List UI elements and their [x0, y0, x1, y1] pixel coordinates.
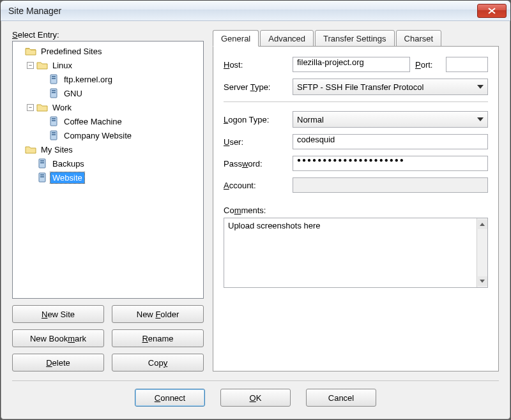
- tree-label: ftp.kernel.org: [62, 74, 114, 85]
- chevron-down-icon: [477, 117, 484, 121]
- host-input[interactable]: filezilla-project.org: [293, 57, 410, 72]
- tree-node-mysites: My Sites Backups: [14, 142, 202, 184]
- port-input[interactable]: [446, 57, 488, 72]
- svg-rect-11: [52, 134, 56, 135]
- svg-rect-10: [52, 132, 56, 133]
- svg-rect-4: [52, 90, 56, 91]
- row-host: Host: filezilla-project.org Port:: [224, 57, 488, 72]
- password-input[interactable]: ●●●●●●●●●●●●●●●●●●●●●: [293, 156, 488, 171]
- right-panel: General Advanced Transfer Settings Chars…: [213, 30, 499, 371]
- delete-button[interactable]: Delete: [12, 354, 104, 371]
- tree-label: Backups: [50, 158, 86, 169]
- tree-row[interactable]: My Sites: [14, 142, 202, 156]
- site-manager-window: Site Manager Select Entry:: [0, 0, 511, 420]
- server-type-select[interactable]: SFTP - SSH File Transfer Protocol: [293, 79, 488, 95]
- server-icon: [48, 73, 59, 85]
- tree-row[interactable]: Website: [26, 170, 202, 184]
- svg-rect-16: [40, 174, 44, 176]
- tree-row[interactable]: Predefined Sites: [14, 44, 202, 58]
- connect-button[interactable]: Connect: [135, 389, 205, 407]
- new-bookmark-button[interactable]: New Bookmark: [12, 329, 104, 347]
- expander-none: [38, 132, 45, 139]
- tree-children: Coffee Machine Company Website: [37, 114, 202, 142]
- tree-label-selected: Website: [50, 172, 84, 183]
- tree-row[interactable]: − Work: [26, 100, 202, 114]
- tree-label: Work: [50, 102, 73, 113]
- svg-rect-8: [52, 120, 56, 121]
- row-account: Account:: [224, 177, 488, 193]
- svg-rect-17: [40, 176, 44, 177]
- tree-row[interactable]: − Linux: [26, 58, 202, 72]
- close-button[interactable]: [477, 4, 507, 18]
- svg-rect-5: [52, 92, 56, 93]
- expander-none: [38, 118, 45, 125]
- password-label: Password:: [224, 159, 287, 169]
- account-input: [293, 177, 488, 193]
- footer-separator: [12, 380, 499, 381]
- rename-button[interactable]: Rename: [112, 329, 204, 347]
- svg-rect-13: [40, 160, 44, 161]
- expander-none: [38, 90, 45, 97]
- collapse-icon[interactable]: −: [27, 104, 34, 111]
- tree-row[interactable]: ftp.kernel.org: [37, 72, 202, 86]
- folder-icon: [25, 45, 36, 57]
- copy-button[interactable]: Copy: [112, 354, 204, 371]
- titlebar: Site Manager: [1, 1, 510, 21]
- server-type-label: Server Type:: [224, 82, 287, 92]
- tree-label: Predefined Sites: [39, 46, 103, 57]
- cancel-button[interactable]: Cancel: [306, 389, 376, 407]
- server-icon: [36, 158, 48, 169]
- window-title: Site Manager: [8, 6, 477, 16]
- tree-label: Company Website: [62, 130, 133, 141]
- folder-icon: [36, 59, 48, 71]
- tree-row[interactable]: Backups: [26, 156, 202, 170]
- upper-area: Select Entry: Predefined Sites: [12, 30, 499, 371]
- server-icon: [48, 87, 59, 99]
- footer: Connect OK Cancel: [12, 389, 499, 409]
- tree-label: Linux: [50, 60, 74, 71]
- select-entry-label: Select Entry:: [12, 30, 204, 40]
- tree-node-work: − Work: [26, 100, 202, 142]
- tree-label: My Sites: [39, 144, 75, 155]
- comments-textarea[interactable]: Upload screenshots here: [224, 218, 477, 287]
- site-tree[interactable]: Predefined Sites − Linux: [12, 41, 204, 299]
- tree-row[interactable]: Company Website: [37, 128, 202, 142]
- tree-node-linux: − Linux: [26, 58, 202, 100]
- new-folder-button[interactable]: New Folder: [112, 305, 204, 323]
- ok-button[interactable]: OK: [220, 389, 291, 407]
- user-label: User:: [224, 137, 287, 147]
- server-icon: [36, 172, 48, 183]
- user-input[interactable]: codesquid: [293, 134, 488, 149]
- logon-type-select[interactable]: Normal: [293, 111, 488, 128]
- new-site-button[interactable]: New Site: [12, 305, 104, 323]
- logon-type-value: Normal: [297, 115, 324, 124]
- folder-icon: [25, 144, 36, 155]
- tree-children: − Linux: [26, 58, 202, 142]
- scrollbar[interactable]: [477, 218, 487, 287]
- tabstrip: General Advanced Transfer Settings Chars…: [213, 30, 499, 47]
- tree-row[interactable]: GNU: [37, 86, 202, 100]
- comments-textarea-wrap: Upload screenshots here: [224, 218, 488, 288]
- expander-none: [27, 174, 34, 181]
- comments-label: Comments:: [224, 206, 488, 215]
- separator: [224, 101, 488, 102]
- tab-advanced[interactable]: Advanced: [260, 30, 314, 47]
- svg-rect-1: [52, 76, 56, 77]
- tab-transfer-settings[interactable]: Transfer Settings: [315, 30, 395, 47]
- tab-charset[interactable]: Charset: [396, 30, 442, 47]
- site-buttons: New Site New Folder New Bookmark Rename …: [12, 305, 204, 371]
- scroll-up-icon[interactable]: [478, 220, 487, 229]
- port-label: Port:: [415, 60, 441, 70]
- left-panel: Select Entry: Predefined Sites: [12, 30, 204, 371]
- tree-children: ftp.kernel.org GNU: [37, 72, 202, 100]
- tree-node-predefined: Predefined Sites − Linux: [14, 44, 202, 142]
- tree-row[interactable]: Coffee Machine: [37, 114, 202, 128]
- tab-general[interactable]: General: [213, 30, 259, 47]
- svg-rect-14: [40, 162, 44, 163]
- account-label: Account:: [224, 181, 287, 190]
- folder-icon: [36, 101, 48, 113]
- tabpage-general: Host: filezilla-project.org Port: Server…: [213, 46, 499, 371]
- scroll-down-icon[interactable]: [478, 276, 487, 286]
- collapse-icon[interactable]: −: [27, 62, 34, 69]
- tree-label: Coffee Machine: [62, 116, 124, 127]
